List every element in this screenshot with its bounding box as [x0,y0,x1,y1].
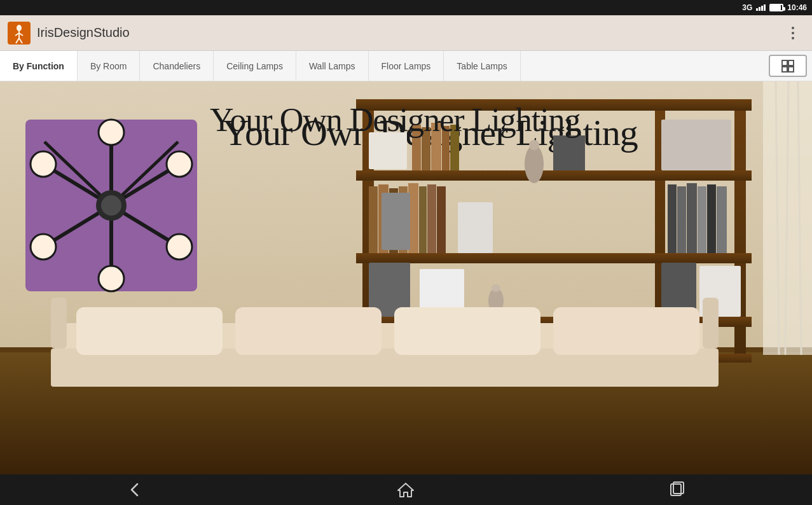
svg-rect-36 [661,120,731,170]
svg-point-1 [17,25,22,31]
svg-rect-82 [235,307,382,355]
svg-rect-84 [553,307,699,355]
svg-point-29 [525,145,544,183]
back-icon [127,481,144,498]
svg-point-73 [167,234,192,259]
svg-rect-28 [450,125,459,170]
tab-wall-lamps[interactable]: Wall Lamps [296,51,369,81]
app-title: IrisDesignStudio [37,25,781,40]
svg-rect-43 [427,184,436,253]
svg-rect-24 [412,125,421,170]
svg-point-70 [31,151,56,177]
tab-floor-lamps[interactable]: Floor Lamps [369,51,444,81]
svg-rect-78 [51,298,67,349]
svg-rect-42 [419,186,427,253]
svg-rect-25 [422,127,430,170]
svg-rect-9 [782,67,787,72]
svg-rect-37 [369,186,378,253]
svg-rect-53 [717,186,727,253]
svg-rect-52 [707,184,716,253]
clock-label: 10:46 [787,3,807,12]
recents-button[interactable] [651,477,702,502]
svg-rect-81 [76,307,223,355]
tab-chandeliers[interactable]: Chandeliers [140,51,214,81]
svg-rect-20 [356,253,752,263]
app-bar: IrisDesignStudio [0,15,812,51]
svg-point-74 [167,151,192,177]
svg-rect-18 [356,99,752,111]
home-button[interactable] [380,477,431,502]
svg-rect-7 [782,60,787,66]
svg-rect-51 [698,186,706,253]
svg-point-72 [99,266,124,291]
tab-table-lamps[interactable]: Table Lamps [444,51,520,81]
app-logo [8,22,31,45]
svg-rect-48 [668,184,677,253]
tab-ceiling-lamps[interactable]: Ceiling Lamps [214,51,296,81]
svg-rect-44 [437,186,446,253]
svg-rect-19 [356,170,752,181]
svg-marker-89 [398,483,413,497]
battery-icon [769,4,783,11]
svg-rect-31 [553,135,585,170]
overflow-menu-button[interactable] [781,22,804,45]
signal-label: 3G [742,3,752,12]
svg-rect-47 [458,202,493,253]
svg-rect-10 [788,67,794,72]
recents-icon [668,481,685,498]
svg-rect-79 [703,298,719,349]
signal-icon [756,4,766,11]
hero-content: Your Own Designer Lighting [0,81,812,474]
svg-rect-46 [382,193,410,250]
bottom-nav [0,474,812,505]
back-button[interactable] [110,477,161,502]
svg-point-69 [99,120,124,145]
svg-point-57 [492,284,500,292]
tab-by-function[interactable]: By Function [0,51,78,81]
svg-rect-26 [431,123,441,170]
tab-by-room[interactable]: By Room [78,51,141,81]
svg-rect-27 [442,126,450,170]
svg-rect-8 [788,60,794,66]
grid-view-icon [781,59,795,73]
svg-point-71 [31,234,56,259]
svg-rect-83 [394,307,540,355]
grid-view-button[interactable] [769,55,807,77]
svg-rect-50 [687,183,697,253]
svg-point-76 [101,195,121,216]
tab-bar: By Function By Room Chandeliers Ceiling … [0,51,812,81]
svg-rect-23 [369,132,407,169]
room-illustration: Your Own Designer Lighting [0,81,812,474]
home-icon [397,481,414,498]
overflow-menu-icon [792,27,794,39]
svg-rect-49 [677,186,686,253]
status-bar: 3G 10:46 [0,0,812,15]
svg-point-30 [529,140,539,150]
